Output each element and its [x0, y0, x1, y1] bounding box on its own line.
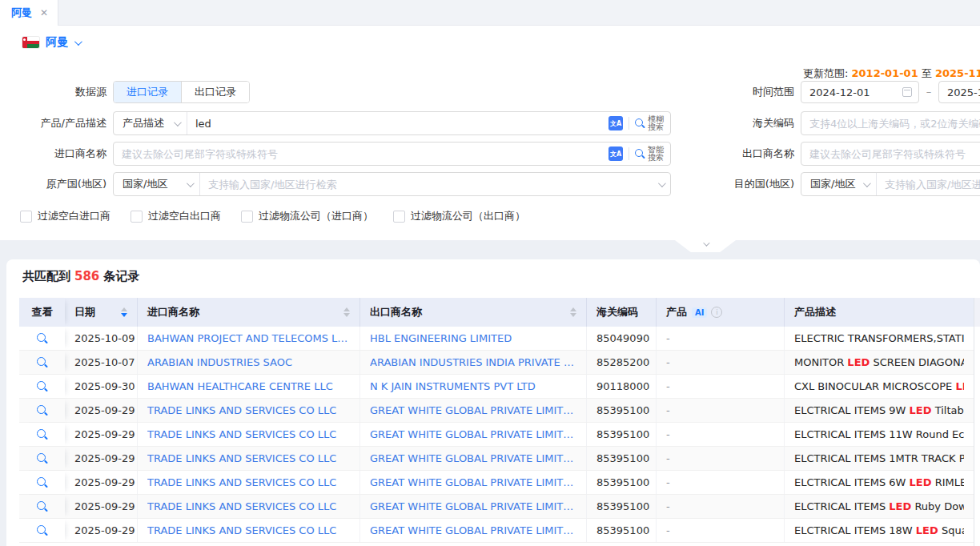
checkbox-icon[interactable] [393, 211, 405, 223]
row-date: 2025-09-29 [74, 404, 135, 416]
app-window: 阿曼 ✕ 阿曼 更新范围: 2012-01-01 至 2025-11-30 数据… [0, 0, 980, 546]
time-range-start-picker[interactable]: 2024-12-01 [801, 81, 919, 103]
smart-search-button[interactable]: 智能 搜索 [635, 146, 664, 162]
fuzzy-search-button[interactable]: 模糊 搜索 [635, 115, 664, 131]
sort-icons-importer[interactable] [343, 307, 350, 317]
view-detail-icon[interactable] [37, 477, 48, 488]
date-cell: 2025-10-09 [65, 327, 138, 350]
exporter-link[interactable]: N K JAIN INSTRUMENTS PVT LTD [370, 380, 536, 392]
view-cell[interactable] [19, 519, 65, 542]
view-cell[interactable] [19, 327, 65, 350]
importer-link[interactable]: TRADE LINKS AND SERVICES CO LLC [147, 404, 336, 416]
destination-label: 目的国(地区) [705, 172, 794, 196]
view-detail-icon[interactable] [37, 333, 48, 344]
exporter-link[interactable]: GREAT WHITE GLOBAL PRIVATE LIMITED [370, 404, 576, 416]
hs-code-input[interactable] [801, 111, 980, 135]
table-scrollbar[interactable] [974, 298, 980, 546]
close-icon[interactable]: ✕ [40, 8, 48, 18]
view-cell[interactable] [19, 351, 65, 374]
view-cell[interactable] [19, 423, 65, 446]
row-product: - [666, 476, 670, 488]
row-description: MONITOR LED SCREEN DIAGONAL S... [794, 356, 964, 368]
description-cell: ELCTRICAL ITEMS 6W LED RIMLESS ... [785, 471, 974, 494]
importer-link[interactable]: TRADE LINKS AND SERVICES CO LLC [147, 476, 336, 488]
exporter-link[interactable]: GREAT WHITE GLOBAL PRIVATE LIMITED [370, 428, 576, 440]
product-cell: - [657, 495, 785, 518]
sort-icons-date[interactable] [121, 307, 127, 317]
checkbox-icon[interactable] [241, 211, 253, 223]
table-row: 2025-10-07 ARABIAN INDUSTRIES SAOC ARABI… [19, 351, 974, 375]
checkbox-filter-blank-importer[interactable]: 过滤空白进口商 [20, 209, 110, 223]
translate-icon[interactable]: 文A [608, 147, 623, 161]
col-date[interactable]: 日期 [65, 298, 138, 327]
search-icon [635, 149, 645, 159]
view-detail-icon[interactable] [37, 429, 48, 440]
col-importer[interactable]: 进口商名称 [138, 298, 360, 327]
view-detail-icon[interactable] [37, 405, 48, 416]
origin-country-input[interactable] [200, 174, 658, 195]
col-description: 产品描述 [785, 298, 974, 327]
view-cell[interactable] [19, 495, 65, 518]
exporter-link[interactable]: GREAT WHITE GLOBAL PRIVATE LIMITED [370, 476, 576, 488]
exporter-link[interactable]: GREAT WHITE GLOBAL PRIVATE LIMITED [370, 524, 576, 536]
row-description: ELCTRICAL ITEMS 1MTR TRACK PATT... [794, 452, 964, 464]
exporter-link[interactable]: HBL ENGINEERING LIMITED [370, 332, 512, 344]
checkbox-icon[interactable] [131, 211, 143, 223]
view-detail-icon[interactable] [37, 453, 48, 464]
importer-link[interactable]: TRADE LINKS AND SERVICES CO LLC [147, 524, 336, 536]
result-prefix: 共匹配到 [22, 269, 70, 283]
table-row: 2025-09-29 TRADE LINKS AND SERVICES CO L… [19, 495, 974, 519]
time-range-end-picker[interactable]: 2025-11-30 [938, 81, 980, 103]
importer-cell: BAHWAN HEALTHCARE CENTRE LLC [138, 375, 360, 398]
importer-link[interactable]: TRADE LINKS AND SERVICES CO LLC [147, 452, 336, 464]
country-selector[interactable]: 阿曼 [22, 35, 80, 50]
translate-icon[interactable]: 文A [608, 116, 623, 130]
product-type-select[interactable]: 产品描述 [114, 112, 187, 134]
country-name: 阿曼 [46, 35, 68, 50]
hs-code-cell: 85395100 [587, 399, 657, 422]
row-date: 2025-09-29 [74, 524, 135, 536]
divider [629, 117, 629, 130]
view-cell[interactable] [19, 471, 65, 494]
row-description: ELCTRICAL ITEMS 6W LED RIMLESS ... [794, 476, 964, 488]
product-input[interactable] [187, 113, 608, 134]
description-cell: ELECTRIC TRANSFORMERS,STATIC C... [785, 327, 974, 350]
view-cell[interactable] [19, 447, 65, 470]
checkbox-icon[interactable] [20, 211, 32, 223]
importer-input[interactable] [114, 143, 608, 164]
view-cell[interactable] [19, 399, 65, 422]
destination-input[interactable] [877, 174, 980, 195]
view-detail-icon[interactable] [37, 525, 48, 536]
importer-link[interactable]: BAHWAN PROJECT AND TELECOMS LLC [147, 332, 350, 344]
view-detail-icon[interactable] [37, 501, 48, 512]
sort-icons-exporter[interactable] [570, 307, 576, 317]
row-description: ELCTRICAL ITEMS LED Ruby Down Li... [794, 500, 964, 512]
view-detail-icon[interactable] [37, 381, 48, 392]
exporter-cell: N K JAIN INSTRUMENTS PVT LTD [360, 375, 587, 398]
col-view: 查看 [19, 298, 65, 327]
exporter-link[interactable]: GREAT WHITE GLOBAL PRIVATE LIMITED [370, 500, 576, 512]
checkbox-filter-blank-exporter[interactable]: 过滤空白出口商 [131, 209, 221, 223]
view-detail-icon[interactable] [37, 357, 48, 368]
import-records-option[interactable]: 进口记录 [114, 82, 182, 102]
exporter-link[interactable]: ARABIAN INDUSTRIES INDIA PRIVATE LIMIT..… [370, 356, 576, 368]
export-records-option[interactable]: 出口记录 [182, 82, 249, 102]
col-exporter[interactable]: 出口商名称 [360, 298, 587, 327]
origin-country-select[interactable]: 国家/地区 [114, 173, 200, 195]
importer-link[interactable]: TRADE LINKS AND SERVICES CO LLC [147, 428, 336, 440]
importer-link[interactable]: TRADE LINKS AND SERVICES CO LLC [147, 500, 336, 512]
table-row: 2025-10-09 BAHWAN PROJECT AND TELECOMS L… [19, 327, 974, 351]
view-cell[interactable] [19, 375, 65, 398]
tab-oman[interactable]: 阿曼 ✕ [0, 0, 58, 26]
importer-link[interactable]: BAHWAN HEALTHCARE CENTRE LLC [147, 380, 333, 392]
destination-select[interactable]: 国家/地区 [801, 173, 877, 195]
checkbox-filter-logistics-exporter[interactable]: 过滤物流公司（出口商） [393, 209, 525, 223]
date-cell: 2025-09-29 [65, 447, 138, 470]
exporter-input[interactable] [801, 142, 980, 166]
importer-cell: TRADE LINKS AND SERVICES CO LLC [138, 447, 360, 470]
info-icon[interactable]: i [711, 307, 722, 318]
row-product: - [666, 524, 670, 536]
exporter-link[interactable]: GREAT WHITE GLOBAL PRIVATE LIMITED [370, 452, 576, 464]
importer-link[interactable]: ARABIAN INDUSTRIES SAOC [147, 356, 292, 368]
checkbox-filter-logistics-importer[interactable]: 过滤物流公司（进口商） [241, 209, 373, 223]
